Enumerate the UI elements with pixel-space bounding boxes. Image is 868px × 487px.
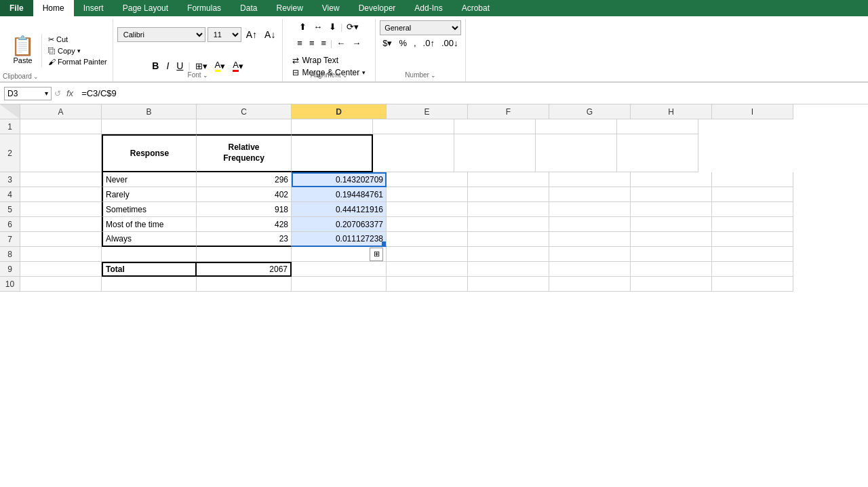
col-header-e[interactable]: E bbox=[387, 104, 468, 119]
align-top-button[interactable]: ⬆ bbox=[296, 20, 309, 33]
accounting-button[interactable]: $▾ bbox=[380, 37, 395, 50]
tab-view[interactable]: View bbox=[313, 0, 349, 16]
tab-acrobat[interactable]: Acrobat bbox=[452, 0, 499, 16]
cell-e6[interactable] bbox=[387, 217, 468, 232]
cell-g4[interactable] bbox=[549, 187, 631, 202]
align-bottom-button[interactable]: ⬇ bbox=[326, 20, 339, 33]
cell-e2[interactable] bbox=[292, 134, 373, 172]
align-right-button[interactable]: ≡ bbox=[319, 37, 330, 50]
font-dialog-arrow[interactable]: ⌄ bbox=[203, 72, 208, 79]
cell-e1[interactable] bbox=[292, 119, 373, 134]
align-middle-button[interactable]: ↔ bbox=[311, 20, 325, 33]
tab-developer[interactable]: Developer bbox=[349, 0, 406, 16]
cell-ref-dropdown-arrow[interactable]: ▾ bbox=[45, 90, 48, 97]
cell-h10[interactable] bbox=[631, 277, 712, 292]
cell-d2[interactable]: RelativeFrequency bbox=[197, 134, 292, 172]
cell-d9[interactable] bbox=[292, 262, 387, 277]
row-header-1[interactable]: 1 bbox=[0, 119, 20, 134]
cell-b1[interactable] bbox=[20, 119, 102, 134]
align-center-button[interactable]: ≡ bbox=[307, 37, 317, 50]
clipboard-dialog-arrow[interactable]: ⌄ bbox=[33, 73, 39, 80]
cell-freq-10[interactable] bbox=[197, 277, 292, 292]
cell-b2[interactable] bbox=[20, 134, 102, 172]
cell-g1[interactable] bbox=[454, 119, 536, 134]
cell-d4[interactable]: 0.194484761 bbox=[292, 187, 387, 202]
number-format-select[interactable]: General bbox=[380, 20, 461, 35]
cell-b3[interactable] bbox=[20, 172, 102, 187]
tab-review[interactable]: Review bbox=[267, 0, 312, 16]
cell-g5[interactable] bbox=[549, 202, 631, 217]
format-painter-button[interactable]: 🖌 Format Painter bbox=[47, 57, 108, 66]
cell-e3[interactable] bbox=[387, 172, 468, 187]
cell-c8[interactable] bbox=[102, 247, 197, 262]
wrap-text-button[interactable]: ⇄ Wrap Text bbox=[292, 54, 366, 66]
cell-d1[interactable] bbox=[197, 119, 292, 134]
cell-frequency-7[interactable]: 23 bbox=[197, 232, 292, 247]
row-header-7[interactable]: 7 bbox=[0, 232, 20, 247]
cell-d10[interactable] bbox=[292, 277, 387, 292]
cell-freq-8[interactable] bbox=[197, 247, 292, 262]
cell-d3[interactable]: 0.143202709 bbox=[292, 172, 387, 187]
cell-f10[interactable] bbox=[468, 277, 549, 292]
cell-e9[interactable] bbox=[387, 262, 468, 277]
cell-c9[interactable]: Total bbox=[102, 262, 197, 277]
formula-input[interactable] bbox=[79, 87, 864, 99]
cell-frequency-4[interactable]: 402 bbox=[197, 187, 292, 202]
cell-c2[interactable]: Response bbox=[102, 134, 197, 172]
cell-g3[interactable] bbox=[549, 172, 631, 187]
cell-frequency-9[interactable]: 2067 bbox=[197, 262, 292, 277]
increase-indent-button[interactable]: → bbox=[349, 37, 363, 50]
comma-button[interactable]: , bbox=[411, 37, 419, 50]
cell-b4[interactable] bbox=[20, 187, 102, 202]
cell-c5[interactable]: Sometimes bbox=[102, 202, 197, 217]
cell-b5[interactable] bbox=[20, 202, 102, 217]
cell-d6[interactable]: 0.207063377 bbox=[292, 217, 387, 232]
cell-c7[interactable]: Always bbox=[102, 232, 197, 247]
cell-e10[interactable] bbox=[387, 277, 468, 292]
cell-frequency-6[interactable]: 428 bbox=[197, 217, 292, 232]
tab-data[interactable]: Data bbox=[231, 0, 267, 16]
cell-c6[interactable]: Most of the time bbox=[102, 217, 197, 232]
cell-f4[interactable] bbox=[468, 187, 549, 202]
tab-page-layout[interactable]: Page Layout bbox=[113, 0, 178, 16]
cell-h6[interactable] bbox=[631, 217, 712, 232]
cell-reference-box[interactable]: D3 ▾ bbox=[4, 87, 52, 100]
font-size-select[interactable]: 11 bbox=[208, 27, 241, 42]
copy-button[interactable]: ⿻ Copy ▾ bbox=[47, 46, 108, 56]
cell-h1[interactable] bbox=[536, 119, 617, 134]
cell-frequency-3[interactable]: 296 bbox=[197, 172, 292, 187]
cell-c3[interactable]: Never bbox=[102, 172, 197, 187]
cell-i6[interactable] bbox=[712, 217, 793, 232]
cell-g9[interactable] bbox=[549, 262, 631, 277]
percent-button[interactable]: % bbox=[396, 37, 410, 50]
decrease-decimal-button[interactable]: .00↓ bbox=[439, 37, 461, 50]
cell-e8[interactable] bbox=[387, 247, 468, 262]
cell-d7[interactable]: 0.011127238 bbox=[292, 232, 387, 247]
cell-b10[interactable] bbox=[20, 277, 102, 292]
tab-file[interactable]: File bbox=[0, 0, 33, 16]
tab-home[interactable]: Home bbox=[33, 0, 74, 16]
cell-c1[interactable] bbox=[102, 119, 197, 134]
cell-h4[interactable] bbox=[631, 187, 712, 202]
cell-e7[interactable] bbox=[387, 232, 468, 247]
cell-i3[interactable] bbox=[712, 172, 793, 187]
col-header-a[interactable]: A bbox=[20, 104, 102, 119]
cut-button[interactable]: ✂ Cut bbox=[47, 35, 108, 45]
cell-h9[interactable] bbox=[631, 262, 712, 277]
cell-d5[interactable]: 0.444121916 bbox=[292, 202, 387, 217]
cell-g7[interactable] bbox=[549, 232, 631, 247]
cell-i7[interactable] bbox=[712, 232, 793, 247]
col-header-d[interactable]: D bbox=[292, 104, 387, 119]
cell-i2[interactable] bbox=[617, 134, 698, 172]
row-header-10[interactable]: 10 bbox=[0, 277, 20, 292]
cell-f3[interactable] bbox=[468, 172, 549, 187]
cell-h2[interactable] bbox=[536, 134, 617, 172]
cell-i8[interactable] bbox=[712, 247, 793, 262]
cell-b6[interactable] bbox=[20, 217, 102, 232]
cell-f9[interactable] bbox=[468, 262, 549, 277]
col-header-i[interactable]: I bbox=[712, 104, 793, 119]
cell-b8[interactable] bbox=[20, 247, 102, 262]
cell-c4[interactable]: Rarely bbox=[102, 187, 197, 202]
cell-b9[interactable] bbox=[20, 262, 102, 277]
autofill-handle[interactable] bbox=[382, 241, 387, 246]
